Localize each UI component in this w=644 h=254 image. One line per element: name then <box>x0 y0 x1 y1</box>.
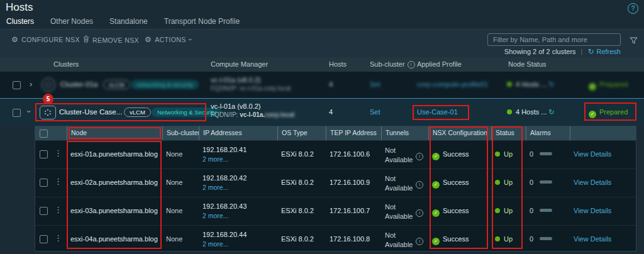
node-status: Up <box>491 197 526 225</box>
node-sub-cluster: None <box>162 197 199 225</box>
info-icon[interactable]: i <box>416 238 423 245</box>
cluster-name[interactable]: Cluster-Use Case... <box>59 108 122 116</box>
compute-manager-name: vc-l-01a (v8.0.2) <box>211 102 260 110</box>
col-details <box>570 126 636 140</box>
col-status: Status <box>491 126 526 140</box>
cluster-checkbox[interactable] <box>13 109 21 117</box>
refresh-icon: ↻ <box>587 47 594 56</box>
refresh-icon[interactable]: ↻ <box>549 80 555 88</box>
remove-nsx-button[interactable]: REMOVE NSX <box>83 35 139 45</box>
refresh-button[interactable]: ↻ Refresh <box>587 47 621 56</box>
node-checkbox[interactable] <box>40 235 48 243</box>
row-menu-button[interactable]: ⋮ <box>50 197 67 225</box>
alarms-cell: 0 <box>526 226 570 253</box>
status-dot-icon <box>495 152 500 157</box>
select-all-nodes-checkbox[interactable] <box>40 130 48 138</box>
prepared-status: ✓Prepared <box>589 108 628 118</box>
cluster-icon <box>42 78 55 92</box>
applied-profile-link[interactable]: corp-compute-profile01 <box>417 80 488 88</box>
filter-input[interactable] <box>487 33 621 46</box>
page-title: Hosts <box>6 1 33 14</box>
node-os-type: ESXi 8.0.2 <box>277 226 326 253</box>
node-name: esxi-01a.puneetsharma.blog <box>67 141 162 168</box>
node-name: esxi-03a.puneetsharma.blog <box>67 197 162 225</box>
sub-cluster-set-link[interactable]: Set <box>370 108 380 116</box>
success-check-icon: ✓ <box>432 238 440 245</box>
alarm-bar <box>540 209 552 212</box>
view-details-link[interactable]: View Details <box>574 207 611 214</box>
node-tunnels: Not Available <box>385 174 416 193</box>
alarm-bar <box>540 237 552 240</box>
node-os-type: ESXi 8.0.2 <box>277 197 326 225</box>
col-ip-addresses: IP Addresses <box>199 126 277 140</box>
node-name: esxi-04a.puneetsharma.blog <box>67 226 162 253</box>
nsx-configuration-status: ✓Success <box>428 141 491 168</box>
col-node-status: Node Status <box>508 60 547 68</box>
sub-cluster-set-link[interactable]: Set <box>370 80 380 88</box>
alarms-cell: 0 <box>526 197 570 225</box>
alarms-cell: 0 <box>526 169 570 197</box>
refresh-icon[interactable]: ↻ <box>549 108 555 116</box>
alarm-bar <box>540 180 552 184</box>
info-icon[interactable]: i <box>416 209 423 217</box>
filter-funnel-icon[interactable] <box>630 35 638 47</box>
remove-nsx-label: REMOVE NSX <box>92 36 139 44</box>
ip-more-link[interactable]: 2 more... <box>203 212 275 219</box>
ip-more-link[interactable]: 2 more... <box>203 240 275 248</box>
node-checkbox[interactable] <box>40 207 48 215</box>
col-compute-manager: Compute Manager <box>211 60 268 68</box>
ip-more-link[interactable]: 2 more... <box>203 155 275 163</box>
node-ip: 192.168.20.41 <box>203 146 275 153</box>
node-checkbox[interactable] <box>40 150 48 158</box>
ip-more-link[interactable]: 2 more... <box>203 184 275 191</box>
collapse-caret-icon[interactable]: › <box>25 110 34 113</box>
expand-caret-icon[interactable]: › <box>30 79 32 89</box>
alarm-bar <box>540 152 552 155</box>
alarms-cell: 0 <box>526 141 570 168</box>
row-menu-button[interactable]: ⋮ <box>50 141 67 168</box>
view-details-link[interactable]: View Details <box>574 235 611 243</box>
toolbar: ⚙ CONFIGURE NSX REMOVE NSX ⚙ ACTIONS › S… <box>0 30 644 57</box>
info-icon[interactable]: i <box>416 153 423 160</box>
results-summary: Showing 2 of 2 clusters | ↻ Refresh <box>504 47 621 56</box>
prepared-status: ✓Prepared <box>589 80 628 91</box>
success-check-icon: ✓ <box>589 111 596 118</box>
nodes-table-header: Node Sub-cluster IP Addresses OS Type TE… <box>35 126 636 140</box>
vlcm-badge: vLCM <box>103 80 130 89</box>
help-icon[interactable]: ? <box>628 3 638 14</box>
info-icon[interactable]: i <box>416 181 423 189</box>
chevron-down-icon: › <box>187 38 194 41</box>
actions-button[interactable]: ⚙ ACTIONS › <box>145 35 192 44</box>
node-ip: 192.168.20.44 <box>203 231 275 238</box>
status-dot-icon <box>495 208 500 213</box>
configure-nsx-button[interactable]: ⚙ CONFIGURE NSX <box>11 35 80 44</box>
applied-profile-link[interactable]: Use-Case-01 <box>417 108 458 116</box>
cluster-name[interactable]: Cluster-01a <box>60 80 97 88</box>
col-alarms: Alarms <box>526 126 570 140</box>
node-checkbox[interactable] <box>40 179 48 187</box>
gear-icon: ⚙ <box>11 35 18 44</box>
row-menu-button[interactable]: ⋮ <box>50 169 67 197</box>
info-icon[interactable]: i <box>408 61 415 69</box>
node-status: Up <box>491 169 526 197</box>
gear-icon: ⚙ <box>145 35 152 44</box>
node-name: esxi-02a.puneetsharma.blog <box>67 169 162 197</box>
node-sub-cluster: None <box>162 169 199 197</box>
status-dot-icon <box>507 109 512 114</box>
row-menu-button[interactable]: ⋮ <box>50 226 67 253</box>
view-details-link[interactable]: View Details <box>574 150 611 158</box>
node-tep-ip: 172.16.100.8 <box>326 226 381 253</box>
cluster-checkbox[interactable] <box>13 81 21 89</box>
col-tunnels: Tunnels <box>381 126 428 140</box>
node-ip: 192.168.20.43 <box>203 202 275 210</box>
view-details-link[interactable]: View Details <box>574 179 611 186</box>
hosts-count: 4 <box>329 80 333 88</box>
refresh-label: Refresh <box>596 48 621 55</box>
node-row: ⋮ esxi-03a.puneetsharma.blog None 192.16… <box>35 197 636 225</box>
node-sub-cluster: None <box>162 141 199 168</box>
hosts-count: 4 <box>329 108 333 116</box>
node-ip: 192.168.20.42 <box>203 174 275 182</box>
success-check-icon: ✓ <box>432 209 440 217</box>
node-tunnels: Not Available <box>385 146 416 165</box>
node-status-summary: 4 Hosts ... ↻ <box>507 80 555 89</box>
